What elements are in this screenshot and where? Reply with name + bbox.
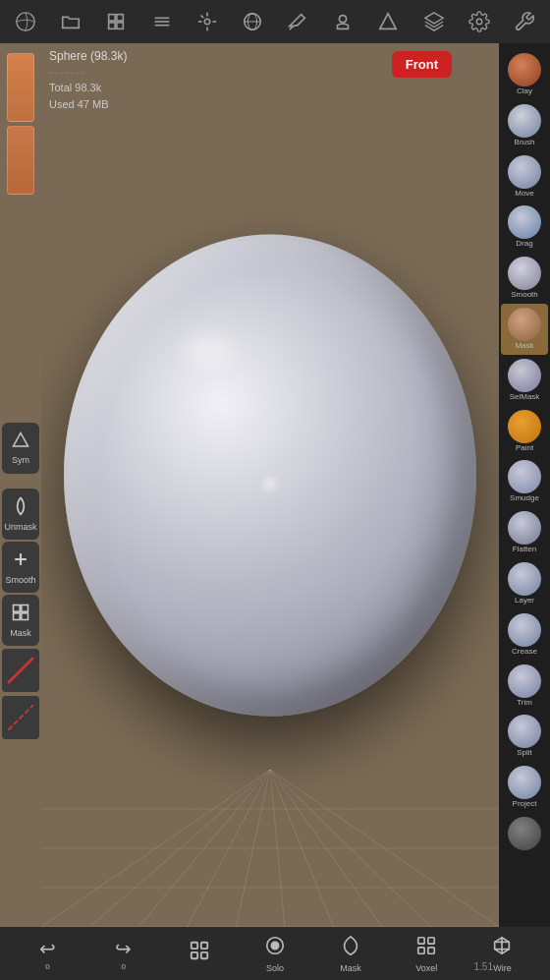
brush-brush[interactable]: Brush [501,100,548,151]
solo-button[interactable]: Solo [250,935,300,973]
top-toolbar [0,0,550,43]
last-icon [508,817,541,850]
sym-button[interactable]: Sym [2,423,39,474]
split-icon [508,715,541,748]
trim-label: Trim [517,699,532,708]
unmask-icon [11,496,30,520]
selmask-label: SelMask [510,393,540,402]
brush-drag[interactable]: Drag [501,202,548,253]
paint-label: Paint [516,444,533,453]
menu-icon [189,940,210,966]
brush-trim[interactable]: Trim [501,661,548,712]
smooth-brush-label: Smooth [511,291,538,300]
svg-rect-47 [192,951,197,957]
drag-icon [508,205,541,239]
stroke-type-2[interactable] [2,696,39,739]
canvas-area[interactable] [41,43,499,927]
mask-bottom-button[interactable]: Mask [326,935,375,973]
brush-smooth[interactable]: Smooth [501,253,548,304]
unmask-button[interactable]: Unmask [2,489,39,540]
clay-label: Clay [517,87,532,96]
triangle-icon[interactable] [370,4,406,39]
unmask-label: Unmask [4,522,36,532]
stroke-type-1[interactable] [2,649,39,692]
used-memory: Used 47 MB [49,96,127,113]
layers-icon[interactable] [98,4,134,39]
svg-point-0 [17,13,34,30]
svg-rect-48 [201,951,207,957]
svg-rect-45 [192,942,197,948]
project-label: Project [513,800,537,809]
brush-clay[interactable]: Clay [501,49,548,100]
color-swatch-secondary[interactable] [7,126,34,195]
brush-flatten[interactable]: Flatten [501,507,548,558]
mask-bottom-label: Mask [340,963,361,973]
right-brush-panel: Clay Brush Move Drag Smooth Mask SelMask… [499,43,550,948]
sphere-icon[interactable] [235,4,270,39]
move-label: Move [515,190,534,199]
wire-icon [491,935,513,961]
color-swatch-primary[interactable] [7,53,34,122]
stamp-icon[interactable] [325,4,360,39]
brush-mask[interactable]: Mask [501,304,548,355]
grid-floor [41,770,499,927]
home-icon[interactable] [8,4,43,39]
redo-count: 0 [121,962,125,971]
solo-label: Solo [266,963,284,973]
brush-project[interactable]: Project [501,762,548,813]
paint-icon [508,410,541,443]
effects-icon[interactable] [190,4,225,39]
brush-paint[interactable]: Paint [501,406,548,457]
3d-sphere[interactable] [59,219,481,730]
brush-selmask[interactable]: SelMask [501,355,548,406]
bottom-toolbar: ↩ 0 ↪ 0 Solo Mas [0,927,550,980]
brush-last[interactable] [501,813,548,855]
svg-line-30 [9,706,32,729]
brush-split[interactable]: Split [501,711,548,762]
svg-rect-2 [117,15,123,21]
mask-bottom-icon [340,935,361,961]
trim-icon [508,664,541,698]
svg-point-21 [476,19,482,25]
brush-crease[interactable]: Crease [501,609,548,661]
wrench-icon[interactable] [507,4,542,39]
flatten-icon [508,511,541,545]
pen-icon[interactable] [280,4,315,39]
view-badge[interactable]: Front [392,51,452,78]
svg-rect-26 [22,605,28,612]
mask-left-button[interactable]: Mask [2,595,39,646]
svg-rect-51 [418,937,424,943]
sym-icon [12,432,29,453]
mask-brush-label: Mask [515,342,533,351]
brush-icon [508,104,541,138]
svg-rect-27 [14,613,21,620]
undo-button[interactable]: ↩ 0 [24,937,73,971]
flatten-label: Flatten [513,546,536,554]
layer-label: Layer [515,597,534,605]
smooth-button[interactable]: Smooth [2,542,39,593]
divider: ------- [49,65,127,80]
undo-count: 0 [45,962,49,971]
svg-point-18 [340,16,347,23]
svg-marker-19 [380,14,397,29]
project-icon [508,766,541,799]
voxel-button[interactable]: Voxel [402,935,451,973]
folder-icon[interactable] [53,4,88,39]
total-polys: Total 98.3k [49,80,127,96]
grid-icon[interactable] [144,4,180,39]
brush-move[interactable]: Move [501,151,548,202]
redo-button[interactable]: ↪ 0 [99,937,148,971]
svg-rect-4 [117,23,123,29]
move-icon [508,155,541,189]
smudge-label: Smudge [510,494,539,503]
stack-icon[interactable] [416,4,452,39]
selmask-icon [508,359,541,392]
voxel-icon [415,935,437,961]
clay-icon [508,53,541,86]
settings-icon[interactable] [462,4,497,39]
voxel-label: Voxel [415,963,437,973]
brush-smudge[interactable]: Smudge [501,456,548,507]
menu-button[interactable] [175,940,224,968]
mask-left-icon [11,603,30,626]
brush-layer[interactable]: Layer [501,558,548,609]
